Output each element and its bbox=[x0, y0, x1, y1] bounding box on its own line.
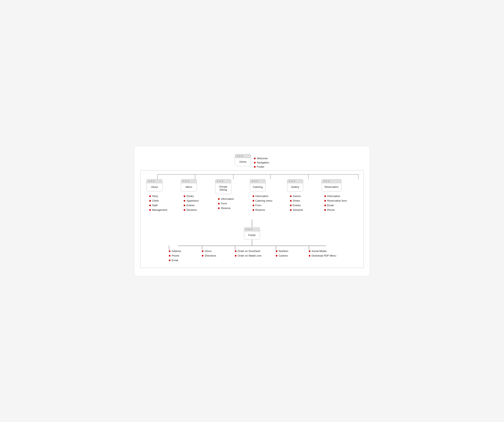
home-label: Home bbox=[235, 158, 251, 166]
menu-appetizers: Appetizers bbox=[184, 199, 199, 202]
reservation-form: Reservation form bbox=[324, 199, 347, 202]
menu-desserts: Desserts bbox=[184, 208, 199, 211]
footer-waiter: Order on Waiter.com bbox=[235, 254, 261, 257]
footer-nutrition-items: Nutrition Careers bbox=[276, 250, 288, 257]
about-story: Story bbox=[149, 195, 167, 198]
private-label: Private Dining bbox=[216, 183, 231, 194]
reservation-email: Email bbox=[324, 204, 347, 207]
home-items: Welcome Navigation Footer bbox=[254, 154, 269, 168]
reservation-subitems: Information Reservation form Email bbox=[324, 195, 347, 211]
home-node: Home bbox=[235, 154, 251, 166]
footer-label: Footer bbox=[244, 231, 260, 239]
reservation-label: Reservation bbox=[322, 183, 341, 191]
private-titlebar bbox=[216, 179, 231, 183]
about-label: About bbox=[147, 183, 162, 191]
footer-col-contact: Address Phone Email bbox=[166, 246, 190, 262]
footer-col-social: Social Media Download PDF Menu bbox=[306, 246, 338, 262]
footer-col-nutrition: Nutrition Careers bbox=[273, 246, 297, 262]
catering-titlebar bbox=[250, 179, 266, 183]
home-item-footer-label: Footer bbox=[257, 165, 264, 168]
catering-form: Form bbox=[252, 204, 272, 207]
gallery-node: Gallery bbox=[287, 179, 303, 191]
menu-drinks: Drinks bbox=[184, 195, 199, 198]
about-titlebar bbox=[147, 179, 162, 183]
private-form: Form bbox=[218, 202, 234, 205]
about-management: Management bbox=[149, 208, 167, 211]
about-chefs: Chefs bbox=[149, 199, 167, 202]
diagram-container: Home Welcome Navigation Footer bbox=[134, 146, 370, 276]
catering-subitems: Information Catering menu Form Rese bbox=[252, 195, 272, 211]
page-col-about: About Story Chefs bbox=[146, 179, 179, 211]
footer-address: Address bbox=[169, 250, 181, 253]
catering-label: Catering bbox=[250, 183, 266, 191]
menu-subitems: Drinks Appetizers Entries Desserts bbox=[184, 195, 199, 211]
page-col-catering: Catering Information Catering menu bbox=[250, 179, 285, 211]
private-subitems: Information Form Reserve bbox=[218, 197, 234, 210]
top-section: Home Welcome Navigation Footer bbox=[235, 154, 269, 168]
footer-h-bar bbox=[178, 246, 326, 246]
footer-email: Email bbox=[169, 259, 181, 262]
gallery-interior: Interior bbox=[290, 195, 303, 198]
footer-directions: Directions bbox=[202, 254, 216, 257]
dot1 bbox=[237, 155, 238, 157]
page-col-reservation: Reservation Information Reservation form bbox=[322, 179, 358, 211]
catering-info: Information bbox=[252, 195, 272, 198]
main-layout: Home Welcome Navigation Footer bbox=[140, 154, 364, 268]
catering-node: Catering bbox=[250, 179, 266, 191]
red-dot-navigation bbox=[254, 162, 256, 163]
outer-box: About Story Chefs bbox=[140, 170, 364, 268]
v-line-footer-children bbox=[252, 240, 252, 246]
footer-careers: Careers bbox=[276, 254, 288, 257]
reservation-titlebar bbox=[322, 179, 341, 183]
home-row: Home Welcome Navigation Footer bbox=[235, 154, 269, 168]
footer-hours: Hours bbox=[202, 250, 216, 253]
about-staff: Staff bbox=[149, 204, 167, 207]
menu-titlebar bbox=[181, 179, 197, 183]
footer-connector: Footer A bbox=[146, 219, 358, 262]
home-item-footer: Footer bbox=[254, 165, 269, 168]
footer-download-pdf: Download PDF Menu bbox=[309, 254, 336, 257]
gallery-subitems: Interior Drinks Entries Desserts bbox=[290, 195, 303, 211]
red-dot-footer-home bbox=[254, 166, 256, 168]
reservation-info: Information bbox=[324, 195, 347, 198]
catering-menu: Catering menu bbox=[252, 199, 272, 202]
footer-order-items: Order on DoorDash Order on Waiter.com bbox=[235, 250, 261, 257]
about-node-wrap: About bbox=[146, 179, 162, 191]
dot2 bbox=[239, 155, 241, 157]
gallery-titlebar bbox=[287, 179, 303, 183]
home-item-welcome-label: Welcome bbox=[257, 157, 268, 160]
footer-social-items: Social Media Download PDF Menu bbox=[309, 250, 336, 257]
gallery-entries: Entries bbox=[290, 204, 303, 207]
private-node: Private Dining bbox=[215, 179, 231, 194]
footer-contact-items: Address Phone Email bbox=[169, 250, 181, 262]
dot3 bbox=[241, 155, 243, 157]
reservation-phone: Phone bbox=[324, 208, 347, 211]
page-col-private: Private Dining Information Form bbox=[215, 179, 247, 210]
about-subitems: Story Chefs Staff Management bbox=[149, 195, 167, 211]
page-col-menu: Menu Drinks Appetizers Ent bbox=[181, 179, 213, 211]
footer-node: Footer bbox=[244, 227, 260, 240]
reservation-node: Reservation bbox=[322, 179, 342, 191]
home-item-navigation: Navigation bbox=[254, 161, 269, 164]
private-reserve: Reserve bbox=[218, 207, 234, 210]
home-titlebar bbox=[235, 154, 251, 158]
footer-children-container: Address Phone Email bbox=[166, 246, 338, 262]
footer-titlebar bbox=[244, 228, 260, 231]
menu-entries: Entries bbox=[184, 204, 199, 207]
footer-nutrition: Nutrition bbox=[276, 250, 288, 253]
home-item-navigation-label: Navigation bbox=[257, 161, 269, 164]
gallery-desserts: Desserts bbox=[290, 208, 303, 211]
v-line-to-footer bbox=[252, 219, 252, 227]
red-dot-welcome bbox=[254, 158, 256, 159]
about-node: About bbox=[146, 179, 162, 191]
gallery-label: Gallery bbox=[287, 183, 303, 191]
children-row: About Story Chefs bbox=[146, 174, 358, 211]
catering-reserve: Reserve bbox=[252, 208, 272, 211]
home-item-welcome: Welcome bbox=[254, 157, 269, 160]
footer-col-order: Order on DoorDash Order on Waiter.com bbox=[232, 246, 264, 262]
private-info: Information bbox=[218, 197, 234, 200]
menu-label: Menu bbox=[181, 183, 197, 191]
menu-node: Menu bbox=[181, 179, 197, 191]
footer-social-media: Social Media bbox=[309, 250, 336, 253]
footer-cols-row: Address Phone Email bbox=[166, 246, 338, 262]
